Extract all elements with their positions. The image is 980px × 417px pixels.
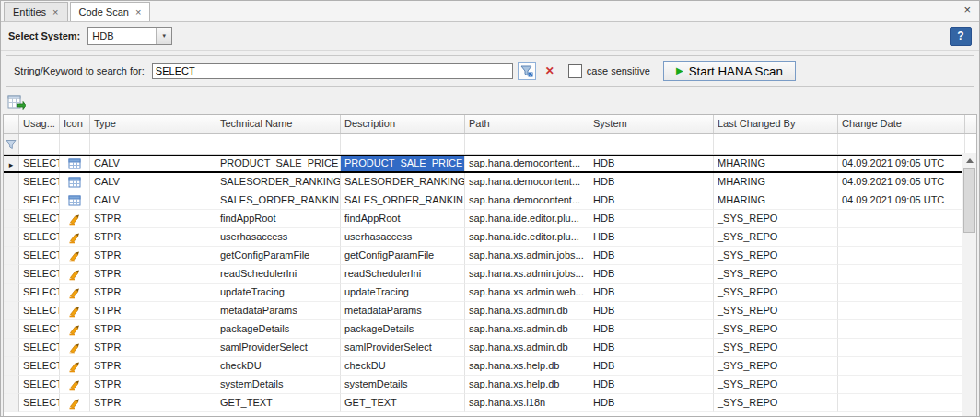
calcview-icon[interactable] xyxy=(60,173,90,191)
cell-change_date[interactable] xyxy=(838,228,965,247)
cell-type[interactable]: STPR xyxy=(90,320,216,339)
cell-path[interactable]: sap.hana.xs.admin.db xyxy=(465,302,589,320)
cell-path[interactable]: sap.hana.xs.help.db xyxy=(465,376,589,394)
column-header-system[interactable]: System xyxy=(589,115,714,133)
cell-last_changed_by[interactable]: MHARING xyxy=(714,156,838,171)
table-row[interactable]: ▸SELECTCALVPRODUCT_SALE_PRICEPRODUCT_SAL… xyxy=(4,155,976,173)
cell-usage[interactable]: SELECT xyxy=(19,394,60,412)
calcview-icon[interactable] xyxy=(60,156,90,171)
filter-cell-last_changed_by[interactable] xyxy=(714,134,838,154)
procedure-icon[interactable] xyxy=(60,376,90,394)
filter-cell-usage[interactable] xyxy=(19,134,60,154)
cell-technical_name[interactable]: samlProviderSelect xyxy=(216,339,341,357)
cell-last_changed_by[interactable]: _SYS_REPO xyxy=(714,320,838,339)
table-row[interactable]: SELECTCALVSALES_ORDER_RANKIN...SALES_ORD… xyxy=(4,191,976,210)
cell-usage[interactable]: SELECT xyxy=(19,357,60,376)
cell-technical_name[interactable]: GET_TEXT xyxy=(216,394,341,412)
export-icon[interactable] xyxy=(7,94,26,110)
procedure-icon[interactable] xyxy=(60,247,90,265)
table-row[interactable]: SELECTSTPRsystemDetailssystemDetailssap.… xyxy=(4,376,976,394)
chevron-down-icon[interactable]: ▼ xyxy=(156,28,171,44)
column-header-technical_name[interactable]: Technical Name xyxy=(216,115,341,133)
cell-last_changed_by[interactable]: MHARING xyxy=(714,173,838,191)
cell-path[interactable]: sap.hana.democontent... xyxy=(465,173,589,191)
cell-system[interactable]: HDB xyxy=(589,284,714,302)
filter-cell-system[interactable] xyxy=(589,134,714,154)
cell-technical_name[interactable]: systemDetails xyxy=(216,376,341,394)
tab-code-scan[interactable]: Code Scan × xyxy=(70,2,151,21)
column-header-description[interactable]: Description xyxy=(341,115,465,133)
filter-cell-icon[interactable] xyxy=(60,134,90,154)
table-row[interactable]: SELECTSTPRfindAppRootfindAppRootsap.hana… xyxy=(4,210,976,228)
table-row[interactable]: SELECTSTPRupdateTracingupdateTracingsap.… xyxy=(4,284,976,302)
cell-description[interactable]: SALESORDER_RANKING... xyxy=(341,173,465,191)
cell-description[interactable]: findAppRoot xyxy=(341,210,465,228)
cell-usage[interactable]: SELECT xyxy=(19,247,60,265)
cell-system[interactable]: HDB xyxy=(589,357,714,376)
column-header-usage[interactable]: Usag... xyxy=(19,115,60,133)
table-row[interactable]: SELECTSTPRcheckDUcheckDUsap.hana.xs.help… xyxy=(4,357,976,376)
vertical-scrollbar[interactable] xyxy=(962,153,976,416)
cell-system[interactable]: HDB xyxy=(589,156,714,171)
table-row[interactable]: SELECTSTPRmetadataParamsmetadataParamssa… xyxy=(4,302,976,320)
cell-technical_name[interactable]: userhasaccess xyxy=(216,228,341,247)
cell-technical_name[interactable]: SALESORDER_RANKING... xyxy=(216,173,341,191)
cell-path[interactable]: sap.hana.xs.help.db xyxy=(465,357,589,376)
cell-description[interactable]: SALES_ORDER_RANKIN... xyxy=(341,191,465,210)
table-row[interactable]: SELECTSTPRuserhasaccessuserhasaccesssap.… xyxy=(4,228,976,247)
cell-technical_name[interactable]: findAppRoot xyxy=(216,210,341,228)
cell-description[interactable]: systemDetails xyxy=(341,376,465,394)
cell-type[interactable]: STPR xyxy=(90,228,216,247)
cell-technical_name[interactable]: getConfigParamFile xyxy=(216,247,341,265)
apply-filter-icon[interactable] xyxy=(518,62,536,80)
cell-type[interactable]: CALV xyxy=(90,156,216,171)
cell-last_changed_by[interactable]: _SYS_REPO xyxy=(714,247,838,265)
cell-type[interactable]: CALV xyxy=(90,191,216,210)
system-select[interactable]: HDB ▼ xyxy=(88,27,172,45)
clear-filter-icon[interactable]: ✕ xyxy=(541,62,559,80)
table-row[interactable]: SELECTSTPRgetConfigParamFilegetConfigPar… xyxy=(4,247,976,265)
cell-technical_name[interactable]: checkDU xyxy=(216,357,341,376)
cell-usage[interactable]: SELECT xyxy=(19,191,60,210)
table-row[interactable]: SELECTSTPRpackageDetailspackageDetailssa… xyxy=(4,320,976,339)
cell-usage[interactable]: SELECT xyxy=(19,156,60,171)
cell-system[interactable]: HDB xyxy=(589,210,714,228)
cell-system[interactable]: HDB xyxy=(589,228,714,247)
cell-last_changed_by[interactable]: _SYS_REPO xyxy=(714,394,838,412)
table-row[interactable]: SELECTSTPRGET_TEXTGET_TEXTsap.hana.xs.i1… xyxy=(4,394,976,412)
procedure-icon[interactable] xyxy=(60,302,90,320)
cell-change_date[interactable] xyxy=(838,339,965,357)
cell-path[interactable]: sap.hana.xs.admin.jobs... xyxy=(465,265,589,284)
cell-system[interactable]: HDB xyxy=(589,302,714,320)
column-header-path[interactable]: Path xyxy=(465,115,589,133)
filter-cell-change_date[interactable] xyxy=(838,134,965,154)
cell-change_date[interactable] xyxy=(838,265,965,284)
cell-type[interactable]: STPR xyxy=(90,284,216,302)
cell-type[interactable]: STPR xyxy=(90,394,216,412)
cell-type[interactable]: STPR xyxy=(90,376,216,394)
cell-last_changed_by[interactable]: _SYS_REPO xyxy=(714,302,838,320)
cell-description[interactable]: getConfigParamFile xyxy=(341,247,465,265)
cell-system[interactable]: HDB xyxy=(589,173,714,191)
column-header-icon[interactable]: Icon xyxy=(60,115,90,133)
procedure-icon[interactable] xyxy=(60,210,90,228)
cell-system[interactable]: HDB xyxy=(589,320,714,339)
table-row[interactable]: SELECTSTPRsamlProviderSelectsamlProvider… xyxy=(4,339,976,357)
tab-code-scan-close-icon[interactable]: × xyxy=(135,7,141,17)
cell-usage[interactable]: SELECT xyxy=(19,173,60,191)
procedure-icon[interactable] xyxy=(60,339,90,357)
procedure-icon[interactable] xyxy=(60,394,90,412)
cell-usage[interactable]: SELECT xyxy=(19,265,60,284)
cell-path[interactable]: sap.hana.democontent... xyxy=(465,156,589,171)
cell-last_changed_by[interactable]: _SYS_REPO xyxy=(714,265,838,284)
cell-usage[interactable]: SELECT xyxy=(19,284,60,302)
cell-change_date[interactable] xyxy=(838,357,965,376)
cell-last_changed_by[interactable]: _SYS_REPO xyxy=(714,357,838,376)
procedure-icon[interactable] xyxy=(60,228,90,247)
cell-type[interactable]: STPR xyxy=(90,210,216,228)
cell-path[interactable]: sap.hana.ide.editor.plu... xyxy=(465,210,589,228)
cell-technical_name[interactable]: readSchedulerIni xyxy=(216,265,341,284)
cell-change_date[interactable] xyxy=(838,302,965,320)
cell-technical_name[interactable]: packageDetails xyxy=(216,320,341,339)
cell-description[interactable]: GET_TEXT xyxy=(341,394,465,412)
